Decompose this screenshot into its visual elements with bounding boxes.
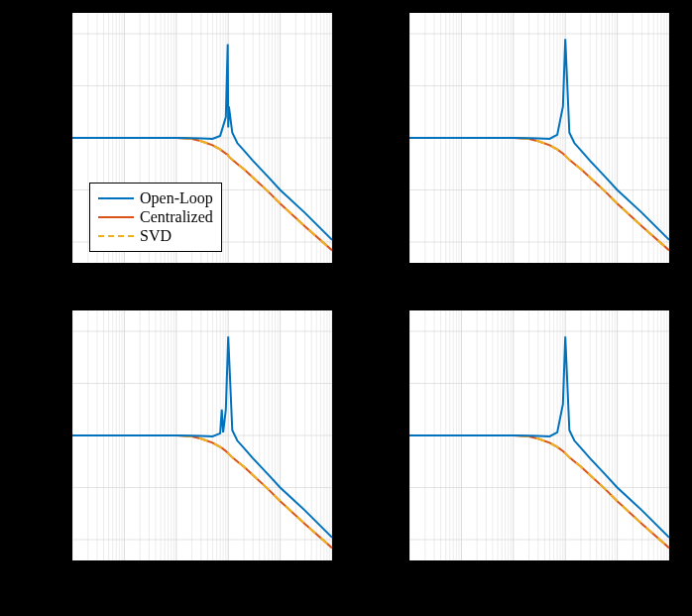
xtick: 100 (167, 563, 184, 582)
chart-svg (72, 310, 332, 560)
chart-panel-G12 (408, 12, 670, 264)
xtick: 102 (270, 266, 288, 285)
legend-item: SVD (98, 227, 213, 245)
legend-swatch (98, 235, 134, 237)
ytick: -100 (363, 531, 403, 547)
ytick: -100 (363, 233, 403, 249)
legend-item: Open-Loop (98, 189, 213, 207)
xtick: 100 (167, 266, 184, 285)
ytick: 100 (26, 322, 65, 338)
ytick: -100 (26, 531, 65, 547)
chart-svg (409, 310, 669, 560)
legend-label: SVD (140, 227, 172, 245)
ytick: 100 (363, 322, 403, 338)
xtick: 10-2 (398, 266, 419, 285)
ytick: 0 (363, 427, 403, 442)
legend-label: Centralized (140, 208, 213, 226)
ytick: 0 (363, 129, 403, 145)
xtick: 102 (607, 563, 625, 582)
legend-swatch (98, 197, 134, 199)
xtick: 100 (504, 266, 521, 285)
legend-label: Open-Loop (140, 189, 213, 207)
ytick: 100 (26, 25, 65, 41)
xtick: 10-2 (398, 563, 419, 582)
xtick: 100 (504, 563, 521, 582)
ytick: 100 (363, 25, 403, 41)
chart-svg (409, 13, 669, 263)
ytick: -100 (26, 233, 65, 249)
xlabel: Frequency (rad/s) (140, 583, 252, 601)
xtick: 102 (607, 266, 625, 285)
legend-swatch (98, 216, 134, 218)
chart-panel-G22 (408, 309, 670, 561)
ytick: 0 (26, 427, 65, 442)
xtick: 10-2 (60, 563, 82, 582)
chart-panel-G21 (71, 309, 333, 561)
legend: Open-LoopCentralizedSVD (89, 183, 222, 252)
legend-item: Centralized (98, 208, 213, 226)
xtick: 102 (270, 563, 288, 582)
xlabel: Frequency (rad/s) (140, 286, 252, 304)
xlabel: Frequency (rad/s) (477, 583, 589, 601)
xlabel: Frequency (rad/s) (477, 286, 589, 304)
xtick: 10-2 (60, 266, 82, 285)
ytick: 0 (26, 129, 65, 145)
